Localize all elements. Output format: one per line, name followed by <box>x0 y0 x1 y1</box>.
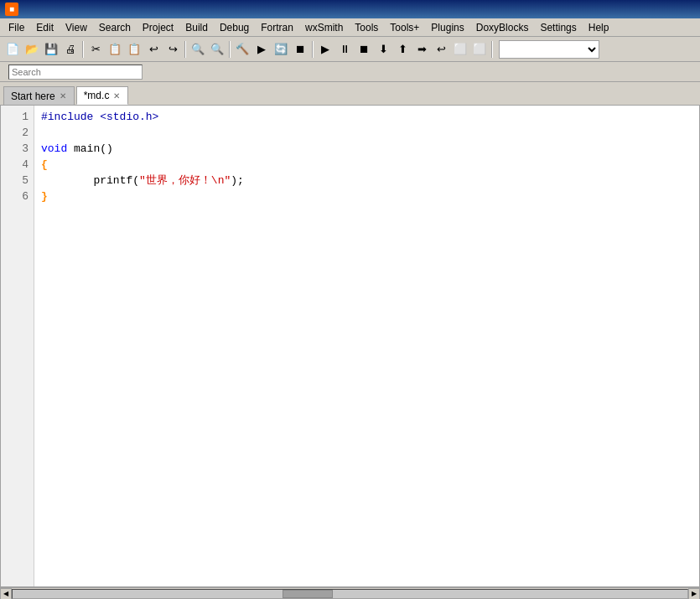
run-to-cursor-button[interactable]: ↩ <box>432 40 450 59</box>
line-number: 1 <box>6 109 29 125</box>
menu-item-view[interactable]: View <box>60 20 92 35</box>
menu-item-build[interactable]: Build <box>180 20 213 35</box>
tab-label: Start here <box>11 90 55 102</box>
debug-run-button[interactable]: ▶ <box>316 40 334 59</box>
code-line <box>41 125 692 141</box>
menu-item-tools+[interactable]: Tools+ <box>385 20 424 35</box>
menu-item-plugins[interactable]: Plugins <box>426 20 469 35</box>
toolbar-separator <box>312 41 314 58</box>
tab-close-button[interactable]: ✕ <box>112 91 121 101</box>
build-target-dropdown[interactable] <box>499 40 599 59</box>
code-area[interactable]: #include <stdio.h> void main(){ printf("… <box>34 106 699 586</box>
toolbar-separator <box>184 41 186 58</box>
cut-button[interactable]: ✂ <box>86 40 105 59</box>
line-number: 5 <box>6 173 29 188</box>
paste-button[interactable]: 📋 <box>125 40 143 59</box>
menu-item-debug[interactable]: Debug <box>215 20 254 35</box>
scroll-left[interactable]: ◀ <box>0 588 12 600</box>
debug-stop-button[interactable]: ⏹ <box>355 40 373 59</box>
line-numbers: 123456 <box>1 106 34 586</box>
search-bar <box>0 62 700 82</box>
save-file-button[interactable]: 💾 <box>42 40 60 59</box>
horizontal-scrollbar[interactable]: ◀ ▶ <box>0 587 700 599</box>
editor-area: 123456 #include <stdio.h> void main(){ p… <box>0 106 700 587</box>
title-bar: ■ <box>0 0 700 18</box>
scroll-thumb[interactable] <box>283 590 333 598</box>
scroll-right[interactable]: ▶ <box>688 588 700 600</box>
toolbar-separator <box>491 41 493 58</box>
app-icon: ■ <box>5 3 18 16</box>
step-out-button[interactable]: ⬆ <box>393 40 412 59</box>
menu-item-file[interactable]: File <box>3 20 29 35</box>
remove-breakpoints-button[interactable]: ⬜ <box>470 40 489 59</box>
menu-item-settings[interactable]: Settings <box>535 20 581 35</box>
line-number: 4 <box>6 157 29 173</box>
rebuild-button[interactable]: 🔄 <box>272 40 290 59</box>
code-line: { <box>41 157 692 173</box>
code-line: } <box>41 188 692 204</box>
code-line: void main() <box>41 141 692 157</box>
menu-item-help[interactable]: Help <box>583 20 614 35</box>
tab-close-button[interactable]: ✕ <box>59 91 67 101</box>
new-file-button[interactable]: 📄 <box>3 40 22 59</box>
code-line: #include <stdio.h> <box>41 109 692 125</box>
run-button[interactable]: ▶ <box>252 40 271 59</box>
menu-item-tools[interactable]: Tools <box>350 20 383 35</box>
toggle-breakpoint-button[interactable]: ⬜ <box>451 40 469 59</box>
scroll-track[interactable] <box>12 589 688 599</box>
menu-item-fortran[interactable]: Fortran <box>256 20 298 35</box>
toolbar-separator <box>229 41 231 58</box>
toolbar-separator <box>82 41 84 58</box>
debug-pause-button[interactable]: ⏸ <box>335 40 354 59</box>
step-over-button[interactable]: ➡ <box>412 40 431 59</box>
menu-item-project[interactable]: Project <box>137 20 179 35</box>
editor-tab-Starthere[interactable]: Start here✕ <box>3 86 75 105</box>
menu-item-edit[interactable]: Edit <box>31 20 59 35</box>
line-number: 3 <box>6 141 29 157</box>
step-into-button[interactable]: ⬇ <box>374 40 392 59</box>
main-area: Start here✕*md.c✕ 123456 #include <stdio… <box>0 82 700 599</box>
menu-bar: FileEditViewSearchProjectBuildDebugFortr… <box>0 18 700 37</box>
find-button[interactable]: 🔍 <box>189 40 207 59</box>
code-line: printf("世界，你好！\n"); <box>41 173 692 188</box>
find-replace-button[interactable]: 🔍 <box>208 40 226 59</box>
copy-button[interactable]: 📋 <box>106 40 124 59</box>
open-file-button[interactable]: 📂 <box>23 40 41 59</box>
build-button[interactable]: 🔨 <box>233 40 251 59</box>
print-button[interactable]: 🖨 <box>61 40 80 59</box>
menu-item-doxyblocks[interactable]: DoxyBlocks <box>471 20 534 35</box>
redo-button[interactable]: ↪ <box>163 40 182 59</box>
line-number: 2 <box>6 125 29 141</box>
stop-button[interactable]: ⏹ <box>291 40 309 59</box>
tab-label: *md.c <box>84 90 110 101</box>
editor-tab-mdc[interactable]: *md.c✕ <box>76 86 129 105</box>
menu-item-search[interactable]: Search <box>94 20 136 35</box>
menu-item-wxsmith[interactable]: wxSmith <box>300 20 348 35</box>
undo-button[interactable]: ↩ <box>144 40 163 59</box>
search-input[interactable] <box>8 65 143 80</box>
line-number: 6 <box>6 188 29 204</box>
toolbar: 📄📂💾🖨✂📋📋↩↪🔍🔍🔨▶🔄⏹▶⏸⏹⬇⬆➡↩⬜⬜ <box>0 37 700 62</box>
editor-tabs: Start here✕*md.c✕ <box>0 82 700 106</box>
